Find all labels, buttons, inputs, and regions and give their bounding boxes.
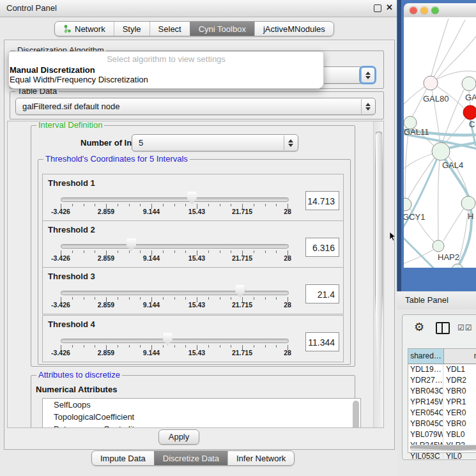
tab-impute-data[interactable]: Impute Data bbox=[92, 451, 154, 465]
slider-track[interactable] bbox=[61, 339, 289, 343]
tab-jactivemnodules[interactable]: jActiveMNodules bbox=[254, 22, 334, 36]
popup-option-equal-width-frequency-discretization[interactable]: Equal Width/Frequency Discretization bbox=[10, 75, 148, 84]
combo-stepper-icon[interactable] bbox=[284, 135, 297, 150]
red-node[interactable] bbox=[463, 105, 476, 119]
cell-shared-name: YDR27… bbox=[408, 375, 443, 386]
table-row[interactable]: YBR043CYBR0 bbox=[408, 386, 476, 397]
settings-scrollbar-thumb[interactable] bbox=[375, 132, 383, 426]
tick-mark bbox=[231, 345, 231, 348]
checkboxes-icon[interactable]: ☑☑ bbox=[457, 323, 473, 332]
tick-mark bbox=[220, 250, 220, 253]
node-label-c: C bbox=[469, 119, 475, 129]
tick-mark bbox=[163, 250, 164, 253]
tick-mark bbox=[140, 250, 141, 253]
slider-thumb[interactable] bbox=[235, 285, 245, 298]
cell-shared-name: YBL079W bbox=[408, 429, 443, 440]
H-node[interactable] bbox=[461, 196, 475, 210]
tick-mark bbox=[276, 297, 277, 300]
slider-thumb[interactable] bbox=[163, 333, 173, 346]
bottom-node[interactable] bbox=[452, 264, 463, 268]
tab-label: Infer Network bbox=[236, 454, 286, 463]
tick-label: 15.43 bbox=[188, 208, 205, 215]
tick-mark bbox=[129, 204, 130, 206]
tick-mark bbox=[72, 204, 73, 206]
node-label-hap2: HAP2 bbox=[438, 252, 459, 262]
tick-mark bbox=[118, 345, 118, 348]
close-icon[interactable]: ✕ bbox=[386, 3, 393, 12]
slider-track[interactable] bbox=[61, 291, 289, 295]
num-intervals-combobox[interactable]: 5 bbox=[132, 134, 298, 151]
combo-stepper-icon[interactable] bbox=[361, 99, 374, 114]
up-arrow-icon bbox=[288, 139, 293, 142]
table-row[interactable]: YDL19…YDL1 bbox=[408, 364, 476, 375]
tick-label: -3.426 bbox=[51, 254, 70, 262]
tick-mark bbox=[95, 345, 95, 348]
table-row[interactable]: YDR27…YDR2 bbox=[408, 375, 476, 386]
slider-thumb[interactable] bbox=[127, 238, 136, 251]
table-data-combobox[interactable]: galFiltered.sif default node bbox=[15, 98, 376, 115]
tab-style[interactable]: Style bbox=[114, 22, 150, 36]
tab-label: Cyni Toolbox bbox=[199, 24, 246, 34]
table-row[interactable]: YPR145WYPR1 bbox=[408, 397, 476, 408]
tick-mark bbox=[129, 297, 130, 300]
list-scrollbar-thumb[interactable] bbox=[353, 401, 359, 428]
cell-name: YBR0 bbox=[443, 386, 476, 397]
minimize-traffic-light-icon[interactable] bbox=[420, 6, 428, 14]
slider-thumb[interactable] bbox=[187, 192, 197, 204]
node-label-h: H bbox=[468, 211, 473, 221]
tab-network[interactable]: Network bbox=[55, 22, 114, 36]
table-row[interactable]: YIL053CYIL0 bbox=[408, 451, 476, 462]
top-right-node[interactable] bbox=[462, 77, 476, 91]
slider-track[interactable] bbox=[61, 197, 289, 202]
gear-icon[interactable]: ⚙ bbox=[414, 320, 424, 334]
tick-mark bbox=[265, 250, 266, 253]
tick-mark bbox=[174, 250, 175, 253]
cell-name: YPR1 bbox=[443, 397, 476, 408]
tab-discretize-data[interactable]: Discretize Data bbox=[154, 451, 227, 465]
table-row[interactable]: YER054CYER0 bbox=[408, 408, 476, 418]
tick-mark bbox=[140, 204, 141, 206]
tick-mark bbox=[84, 297, 84, 300]
column-header-shared-name[interactable]: shared… bbox=[408, 349, 444, 364]
node-label-gal11: GAL11 bbox=[404, 127, 429, 137]
list-item-selfloops[interactable]: SelfLoops bbox=[43, 399, 360, 411]
zoom-traffic-light-icon[interactable] bbox=[431, 6, 439, 14]
popup-option-manual-discretization[interactable]: Manual Discretization bbox=[10, 65, 95, 75]
settings-scrollbar[interactable] bbox=[373, 121, 383, 427]
close-traffic-light-icon[interactable] bbox=[410, 6, 417, 14]
cell-name: YBR0 bbox=[443, 418, 476, 429]
list-item-betweennesscentrality[interactable]: BetweennessCentrality bbox=[43, 423, 360, 428]
tick-label: 15.43 bbox=[188, 254, 205, 262]
threshold-value-field[interactable]: 14.713 bbox=[305, 191, 339, 210]
tab-select[interactable]: Select bbox=[150, 22, 190, 36]
tab-cyni-toolbox[interactable]: Cyni Toolbox bbox=[190, 22, 254, 36]
top-tab-bar: NetworkStyleSelectCyni ToolboxjActiveMNo… bbox=[54, 21, 334, 36]
attributes-group: Attributes to discretize Numerical Attri… bbox=[31, 375, 355, 428]
numerical-attributes-list[interactable]: SelfLoopsTopologicalCoefficientBetweenne… bbox=[42, 398, 361, 428]
threshold-value-field[interactable]: 11.344 bbox=[305, 332, 339, 351]
cell-name: YER0 bbox=[443, 408, 476, 418]
list-item-topologicalcoefficient[interactable]: TopologicalCoefficient bbox=[43, 411, 360, 423]
column-header-name[interactable]: n bbox=[444, 349, 476, 364]
split-columns-icon[interactable] bbox=[436, 322, 450, 334]
slider-track[interactable] bbox=[61, 244, 289, 249]
GAL4-node[interactable] bbox=[432, 142, 450, 160]
thresholds-group-title: Threshold's Coordinates for 5 Intervals bbox=[43, 155, 190, 164]
cyni-toolbox-panel: Discretization Algorithm Table Data galF… bbox=[4, 40, 395, 450]
table-row[interactable]: YBR045CYBR0 bbox=[408, 418, 476, 429]
GAL80-node[interactable] bbox=[424, 76, 438, 90]
table-row[interactable]: YBL079WYBL0 bbox=[408, 429, 476, 440]
tick-label: 9.144 bbox=[143, 208, 160, 215]
threshold-value-field[interactable]: 21.4 bbox=[305, 284, 339, 303]
HAP2-node[interactable] bbox=[433, 240, 444, 252]
tab-infer-network[interactable]: Infer Network bbox=[227, 451, 294, 465]
table-hscrollbar-thumb[interactable] bbox=[410, 445, 476, 450]
threshold-box-2: Threshold 2-3.4262.8599.14415.4321.71528… bbox=[42, 220, 344, 268]
float-window-icon[interactable] bbox=[374, 4, 381, 12]
combo-stepper-icon[interactable] bbox=[361, 68, 374, 82]
table-hscrollbar[interactable] bbox=[410, 445, 476, 451]
threshold-value-field[interactable]: 6.316 bbox=[305, 238, 339, 257]
algorithm-dropdown-popup: Select algorithm to view settings Manual… bbox=[8, 51, 324, 89]
network-canvas[interactable]: GAL80GACGAL11GAL4GCY1HHAP2 bbox=[404, 17, 476, 268]
apply-button[interactable]: Apply bbox=[158, 429, 199, 445]
